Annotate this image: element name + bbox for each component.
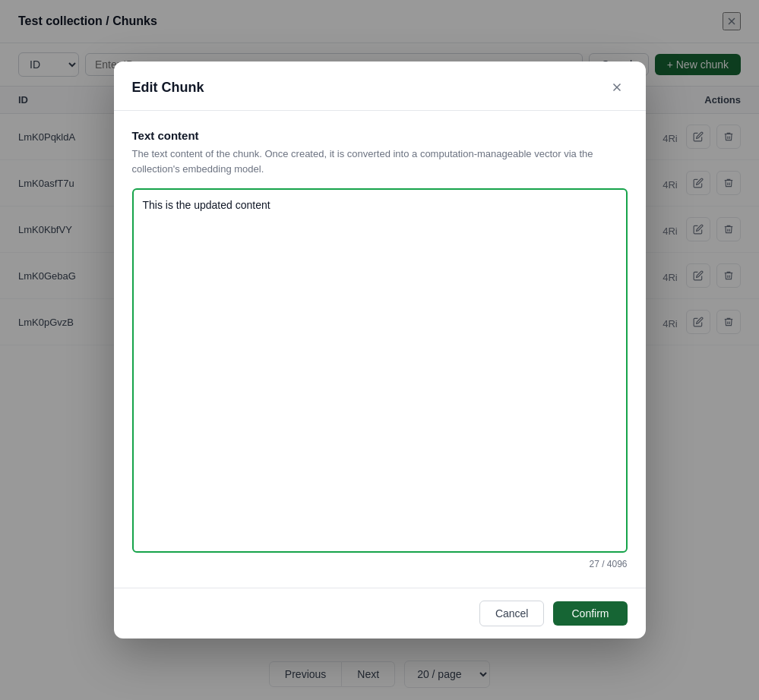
text-content-input[interactable] xyxy=(132,188,628,553)
cancel-button[interactable]: Cancel xyxy=(479,601,545,626)
modal-title: Edit Chunk xyxy=(132,80,204,96)
modal-body: Text content The text content of the chu… xyxy=(114,111,646,588)
modal-footer: Cancel Confirm xyxy=(114,588,646,639)
char-count: 27 / 4096 xyxy=(132,559,628,569)
modal-close-button[interactable] xyxy=(606,77,628,98)
edit-chunk-modal: Edit Chunk Text content The text content… xyxy=(114,61,646,639)
modal-header: Edit Chunk xyxy=(114,61,646,111)
field-description: The text content of the chunk. Once crea… xyxy=(132,147,628,176)
confirm-button[interactable]: Confirm xyxy=(553,601,627,626)
field-label: Text content xyxy=(132,129,628,142)
modal-overlay: Edit Chunk Text content The text content… xyxy=(0,0,759,700)
background-page: Test collection / Chunks ID Search + New… xyxy=(0,0,759,700)
